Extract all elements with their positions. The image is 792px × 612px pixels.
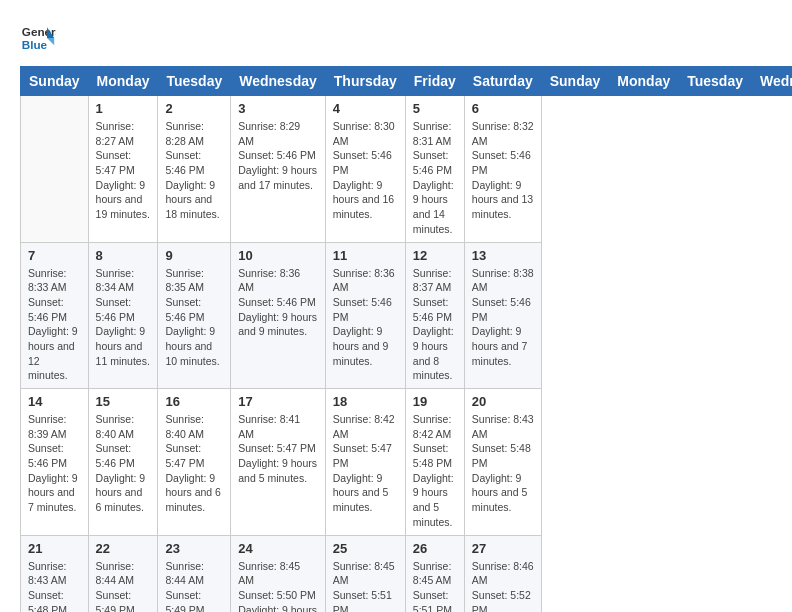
calendar-cell: 18Sunrise: 8:42 AMSunset: 5:47 PMDayligh… — [325, 389, 405, 536]
column-header-sunday: Sunday — [21, 67, 89, 96]
column-header-saturday: Saturday — [464, 67, 541, 96]
calendar-cell: 19Sunrise: 8:42 AMSunset: 5:48 PMDayligh… — [405, 389, 464, 536]
day-info: Sunrise: 8:45 AMSunset: 5:51 PMDaylight:… — [413, 559, 457, 613]
day-info: Sunrise: 8:42 AMSunset: 5:48 PMDaylight:… — [413, 412, 457, 530]
calendar-cell: 7Sunrise: 8:33 AMSunset: 5:46 PMDaylight… — [21, 242, 89, 389]
calendar-cell: 20Sunrise: 8:43 AMSunset: 5:48 PMDayligh… — [464, 389, 541, 536]
day-number: 17 — [238, 394, 318, 409]
day-number: 4 — [333, 101, 398, 116]
day-number: 16 — [165, 394, 223, 409]
svg-marker-3 — [47, 38, 54, 45]
day-info: Sunrise: 8:35 AMSunset: 5:46 PMDaylight:… — [165, 266, 223, 369]
calendar-week-3: 14Sunrise: 8:39 AMSunset: 5:46 PMDayligh… — [21, 389, 793, 536]
day-number: 20 — [472, 394, 534, 409]
day-info: Sunrise: 8:34 AMSunset: 5:46 PMDaylight:… — [96, 266, 151, 369]
column-header-friday: Friday — [405, 67, 464, 96]
day-number: 8 — [96, 248, 151, 263]
day-number: 13 — [472, 248, 534, 263]
calendar-cell: 1Sunrise: 8:27 AMSunset: 5:47 PMDaylight… — [88, 96, 158, 243]
day-number: 5 — [413, 101, 457, 116]
calendar-cell: 3Sunrise: 8:29 AMSunset: 5:46 PMDaylight… — [231, 96, 326, 243]
column-header-wednesday: Wednesday — [751, 67, 792, 96]
calendar-cell: 9Sunrise: 8:35 AMSunset: 5:46 PMDaylight… — [158, 242, 231, 389]
calendar-cell: 27Sunrise: 8:46 AMSunset: 5:52 PMDayligh… — [464, 535, 541, 612]
day-info: Sunrise: 8:36 AMSunset: 5:46 PMDaylight:… — [333, 266, 398, 369]
day-number: 14 — [28, 394, 81, 409]
column-header-tuesday: Tuesday — [158, 67, 231, 96]
day-number: 26 — [413, 541, 457, 556]
calendar-cell: 6Sunrise: 8:32 AMSunset: 5:46 PMDaylight… — [464, 96, 541, 243]
calendar-cell: 10Sunrise: 8:36 AMSunset: 5:46 PMDayligh… — [231, 242, 326, 389]
calendar-week-2: 7Sunrise: 8:33 AMSunset: 5:46 PMDaylight… — [21, 242, 793, 389]
day-info: Sunrise: 8:28 AMSunset: 5:46 PMDaylight:… — [165, 119, 223, 222]
calendar-cell: 2Sunrise: 8:28 AMSunset: 5:46 PMDaylight… — [158, 96, 231, 243]
day-info: Sunrise: 8:32 AMSunset: 5:46 PMDaylight:… — [472, 119, 534, 222]
day-info: Sunrise: 8:45 AMSunset: 5:50 PMDaylight:… — [238, 559, 318, 613]
calendar-cell: 26Sunrise: 8:45 AMSunset: 5:51 PMDayligh… — [405, 535, 464, 612]
calendar-cell: 15Sunrise: 8:40 AMSunset: 5:46 PMDayligh… — [88, 389, 158, 536]
day-number: 21 — [28, 541, 81, 556]
calendar-week-4: 21Sunrise: 8:43 AMSunset: 5:48 PMDayligh… — [21, 535, 793, 612]
day-info: Sunrise: 8:39 AMSunset: 5:46 PMDaylight:… — [28, 412, 81, 515]
calendar-cell: 8Sunrise: 8:34 AMSunset: 5:46 PMDaylight… — [88, 242, 158, 389]
day-number: 24 — [238, 541, 318, 556]
calendar-cell: 21Sunrise: 8:43 AMSunset: 5:48 PMDayligh… — [21, 535, 89, 612]
day-info: Sunrise: 8:40 AMSunset: 5:47 PMDaylight:… — [165, 412, 223, 515]
calendar-header-row: SundayMondayTuesdayWednesdayThursdayFrid… — [21, 67, 793, 96]
day-info: Sunrise: 8:46 AMSunset: 5:52 PMDaylight:… — [472, 559, 534, 613]
day-info: Sunrise: 8:30 AMSunset: 5:46 PMDaylight:… — [333, 119, 398, 222]
calendar-table: SundayMondayTuesdayWednesdayThursdayFrid… — [20, 66, 792, 612]
day-number: 10 — [238, 248, 318, 263]
calendar-cell: 17Sunrise: 8:41 AMSunset: 5:47 PMDayligh… — [231, 389, 326, 536]
calendar-cell: 14Sunrise: 8:39 AMSunset: 5:46 PMDayligh… — [21, 389, 89, 536]
calendar-cell — [21, 96, 89, 243]
day-info: Sunrise: 8:29 AMSunset: 5:46 PMDaylight:… — [238, 119, 318, 192]
day-info: Sunrise: 8:41 AMSunset: 5:47 PMDaylight:… — [238, 412, 318, 485]
column-header-monday: Monday — [609, 67, 679, 96]
day-info: Sunrise: 8:43 AMSunset: 5:48 PMDaylight:… — [28, 559, 81, 613]
day-info: Sunrise: 8:45 AMSunset: 5:51 PMDaylight:… — [333, 559, 398, 613]
day-info: Sunrise: 8:44 AMSunset: 5:49 PMDaylight:… — [165, 559, 223, 613]
day-number: 27 — [472, 541, 534, 556]
day-number: 7 — [28, 248, 81, 263]
calendar-cell: 5Sunrise: 8:31 AMSunset: 5:46 PMDaylight… — [405, 96, 464, 243]
svg-text:Blue: Blue — [22, 38, 48, 51]
day-info: Sunrise: 8:42 AMSunset: 5:47 PMDaylight:… — [333, 412, 398, 515]
day-info: Sunrise: 8:43 AMSunset: 5:48 PMDaylight:… — [472, 412, 534, 515]
header: General Blue — [20, 20, 772, 56]
calendar-cell: 24Sunrise: 8:45 AMSunset: 5:50 PMDayligh… — [231, 535, 326, 612]
calendar-cell: 22Sunrise: 8:44 AMSunset: 5:49 PMDayligh… — [88, 535, 158, 612]
calendar-cell: 25Sunrise: 8:45 AMSunset: 5:51 PMDayligh… — [325, 535, 405, 612]
day-number: 22 — [96, 541, 151, 556]
day-number: 6 — [472, 101, 534, 116]
day-info: Sunrise: 8:44 AMSunset: 5:49 PMDaylight:… — [96, 559, 151, 613]
day-info: Sunrise: 8:31 AMSunset: 5:46 PMDaylight:… — [413, 119, 457, 237]
day-number: 3 — [238, 101, 318, 116]
calendar-cell: 11Sunrise: 8:36 AMSunset: 5:46 PMDayligh… — [325, 242, 405, 389]
day-info: Sunrise: 8:36 AMSunset: 5:46 PMDaylight:… — [238, 266, 318, 339]
day-number: 1 — [96, 101, 151, 116]
calendar-cell: 16Sunrise: 8:40 AMSunset: 5:47 PMDayligh… — [158, 389, 231, 536]
column-header-wednesday: Wednesday — [231, 67, 326, 96]
calendar-cell: 23Sunrise: 8:44 AMSunset: 5:49 PMDayligh… — [158, 535, 231, 612]
calendar-cell: 4Sunrise: 8:30 AMSunset: 5:46 PMDaylight… — [325, 96, 405, 243]
day-number: 12 — [413, 248, 457, 263]
day-info: Sunrise: 8:37 AMSunset: 5:46 PMDaylight:… — [413, 266, 457, 384]
column-header-sunday: Sunday — [541, 67, 609, 96]
column-header-thursday: Thursday — [325, 67, 405, 96]
column-header-monday: Monday — [88, 67, 158, 96]
day-number: 9 — [165, 248, 223, 263]
day-info: Sunrise: 8:33 AMSunset: 5:46 PMDaylight:… — [28, 266, 81, 384]
column-header-tuesday: Tuesday — [679, 67, 752, 96]
day-number: 19 — [413, 394, 457, 409]
calendar-week-1: 1Sunrise: 8:27 AMSunset: 5:47 PMDaylight… — [21, 96, 793, 243]
day-number: 18 — [333, 394, 398, 409]
calendar-cell: 13Sunrise: 8:38 AMSunset: 5:46 PMDayligh… — [464, 242, 541, 389]
day-number: 25 — [333, 541, 398, 556]
day-number: 23 — [165, 541, 223, 556]
day-number: 11 — [333, 248, 398, 263]
day-info: Sunrise: 8:27 AMSunset: 5:47 PMDaylight:… — [96, 119, 151, 222]
day-number: 15 — [96, 394, 151, 409]
logo: General Blue — [20, 20, 56, 56]
day-number: 2 — [165, 101, 223, 116]
